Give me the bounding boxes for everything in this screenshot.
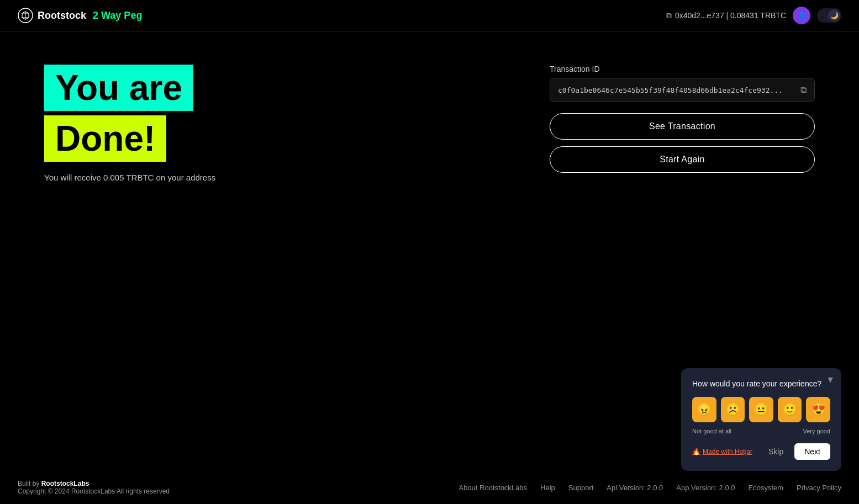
- avatar-button[interactable]: 👤: [793, 7, 810, 24]
- transaction-id-value: c0f0a1be0646c7e545b55f39f48f4058d66db1ea…: [558, 86, 796, 94]
- emoji-btn-5[interactable]: 😍: [806, 397, 830, 422]
- rating-widget: ▼ How would you rate your experience? 😠 …: [681, 368, 841, 471]
- right-section: Transaction ID c0f0a1be0646c7e545b55f39f…: [550, 65, 815, 173]
- footer-left: Built by RootstockLabs Copyright © 2024 …: [18, 480, 170, 495]
- emoji-rating-row: 😠 ☹️ 😐 🙂 😍: [692, 397, 830, 422]
- rating-actions: 🔥 Made with Hotjar Skip Next: [692, 443, 830, 460]
- headline-block-1: You are: [44, 65, 193, 111]
- next-button[interactable]: Next: [794, 443, 830, 460]
- footer-link-ecosystem[interactable]: Ecosystem: [749, 484, 784, 492]
- header-left: Rootstock 2 Way Peg: [18, 8, 142, 23]
- footer-app-version: App Version: 2.0.0: [676, 484, 735, 492]
- rating-question: How would you rate your experience?: [692, 379, 830, 388]
- main-content: You are Done! You will receive 0.005 TRB…: [0, 31, 859, 215]
- headline-line2: Done!: [55, 119, 155, 158]
- logo-text: Rootstock: [38, 10, 86, 22]
- footer-links: About RootstockLabs Help Support Api Ver…: [459, 484, 841, 492]
- header-right: ⧉ 0x40d2...e737 | 0.08431 TRBTC 👤 🌙: [666, 7, 841, 24]
- footer-link-support[interactable]: Support: [568, 484, 594, 492]
- theme-toggle-button[interactable]: 🌙: [817, 8, 841, 23]
- built-by-text: Built by RootstockLabs: [18, 480, 170, 487]
- rating-buttons: Skip Next: [762, 443, 830, 460]
- rating-close-button[interactable]: ▼: [826, 375, 835, 385]
- emoji-btn-2[interactable]: ☹️: [721, 397, 745, 422]
- emoji-btn-3[interactable]: 😐: [749, 397, 773, 422]
- copy-transaction-id-icon[interactable]: ⧉: [800, 85, 807, 95]
- rating-labels: Not good at all Very good: [692, 428, 830, 434]
- see-transaction-button[interactable]: See Transaction: [550, 113, 815, 140]
- subtitle-text: You will receive 0.005 TRBTC on your add…: [44, 173, 505, 182]
- footer-link-help[interactable]: Help: [540, 484, 555, 492]
- avatar-icon: 👤: [797, 11, 807, 20]
- skip-button[interactable]: Skip: [762, 444, 790, 459]
- header: Rootstock 2 Way Peg ⧉ 0x40d2...e737 | 0.…: [0, 0, 859, 31]
- company-name: RootstockLabs: [41, 480, 89, 487]
- emoji-btn-1[interactable]: 😠: [692, 397, 716, 422]
- headline-block-2: Done!: [44, 115, 166, 162]
- wallet-address: 0x40d2...e737 | 0.08431 TRBTC: [675, 11, 786, 20]
- start-again-button[interactable]: Start Again: [550, 146, 815, 173]
- footer-link-privacy[interactable]: Privacy Policy: [797, 484, 841, 492]
- nav-label: 2 Way Peg: [93, 10, 142, 22]
- footer-api-version: Api Version: 2.0.0: [607, 484, 663, 492]
- theme-toggle-knob: 🌙: [828, 9, 840, 22]
- label-very-good: Very good: [803, 428, 830, 434]
- rootstock-logo-icon: [18, 8, 33, 23]
- wallet-info: ⧉ 0x40d2...e737 | 0.08431 TRBTC: [666, 11, 786, 20]
- transaction-id-field: c0f0a1be0646c7e545b55f39f48f4058d66db1ea…: [550, 78, 815, 102]
- hotjar-link[interactable]: 🔥 Made with Hotjar: [692, 448, 752, 455]
- footer-link-about[interactable]: About RootstockLabs: [459, 484, 527, 492]
- logo-area: Rootstock: [18, 8, 86, 23]
- footer: Built by RootstockLabs Copyright © 2024 …: [0, 471, 859, 504]
- transaction-id-label: Transaction ID: [550, 65, 815, 73]
- copyright-text: Copyright © 2024 RootstockLabs All right…: [18, 487, 170, 495]
- copy-wallet-icon[interactable]: ⧉: [666, 11, 672, 20]
- left-section: You are Done! You will receive 0.005 TRB…: [44, 65, 505, 182]
- emoji-btn-4[interactable]: 🙂: [778, 397, 802, 422]
- headline-line1: You are: [55, 68, 182, 108]
- label-not-good: Not good at all: [692, 428, 731, 434]
